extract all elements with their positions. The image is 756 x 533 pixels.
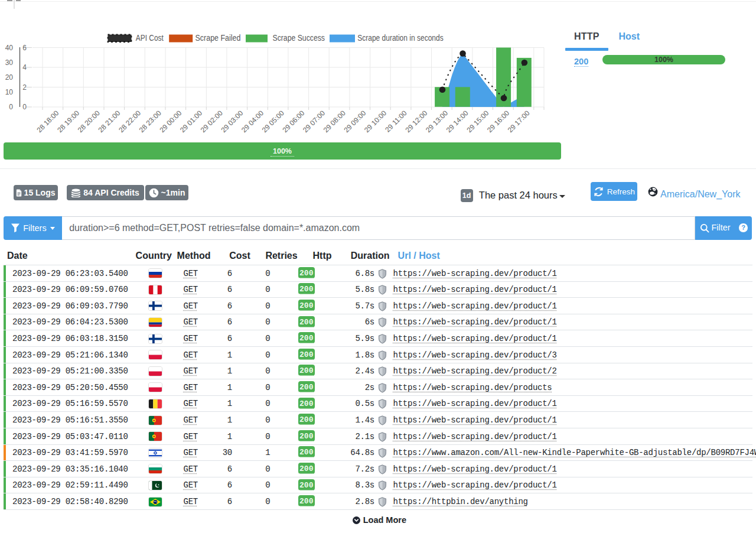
svg-text:2: 2 [22,83,27,92]
svg-text:29 10:00: 29 10:00 [363,109,388,134]
svg-text:29 07:00: 29 07:00 [301,109,327,134]
svg-text:29 14:00: 29 14:00 [445,109,470,134]
svg-text:29 04:00: 29 04:00 [240,109,265,134]
svg-text:Scrape duration in seconds: Scrape duration in seconds [357,34,444,43]
svg-text:29 02:00: 29 02:00 [199,109,224,134]
svg-text:6: 6 [22,44,27,52]
svg-text:29 09:00: 29 09:00 [342,109,367,134]
svg-text:Scrape Success: Scrape Success [273,34,325,43]
svg-text:20: 20 [5,73,14,82]
svg-text:10: 10 [5,88,14,96]
svg-text:28 20:00: 28 20:00 [76,109,102,134]
svg-text:28 18:00: 28 18:00 [35,109,60,134]
svg-text:API Cost: API Cost [136,34,164,43]
svg-text:29 17:00: 29 17:00 [506,109,532,134]
svg-text:0: 0 [22,103,27,111]
svg-text:29 12:00: 29 12:00 [403,109,429,134]
svg-text:30: 30 [5,58,14,67]
svg-text:29 15:00: 29 15:00 [465,109,490,134]
svg-text:28 21:00: 28 21:00 [96,109,122,134]
svg-text:29 01:00: 29 01:00 [178,109,204,134]
svg-text:29 06:00: 29 06:00 [281,109,306,134]
svg-text:40: 40 [5,44,14,52]
svg-text:4: 4 [22,63,27,72]
svg-text:28 23:00: 28 23:00 [138,109,163,134]
svg-text:0: 0 [9,103,13,111]
svg-text:Scrape Failed: Scrape Failed [195,34,241,43]
